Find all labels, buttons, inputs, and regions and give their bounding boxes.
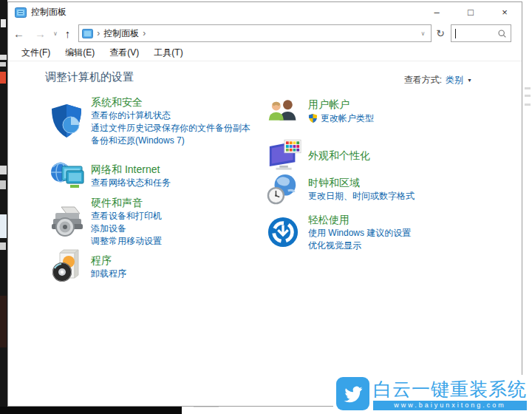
- category-title-hardware-sound[interactable]: 硬件和声音: [91, 195, 271, 210]
- category-title-ease-of-access[interactable]: 轻松使用: [308, 212, 511, 227]
- background-fragment: [0, 214, 7, 238]
- network-icon: [50, 157, 86, 194]
- view-by-control: 查看方式: 类别 ▼: [404, 74, 472, 86]
- hardware-sound-icon: [50, 203, 86, 240]
- task-link-mobility-settings[interactable]: 调整常用移动设置: [91, 235, 271, 248]
- user-accounts-icon: [267, 92, 304, 129]
- menu-edit[interactable]: 编辑(E): [58, 45, 102, 61]
- bird-logo-icon: [336, 377, 369, 410]
- back-icon[interactable]: ←: [8, 27, 30, 40]
- search-input[interactable]: [455, 29, 496, 38]
- category-column-left: 系统和安全 查看你的计算机状态 通过文件历史记录保存你的文件备份副本 备份和还原…: [50, 95, 271, 280]
- task-link-security-status[interactable]: 查看你的计算机状态: [91, 109, 271, 122]
- background-fragment: [525, 87, 531, 89]
- task-link-date-time-formats[interactable]: 更改日期、时间或数字格式: [308, 190, 511, 203]
- view-by-value-link[interactable]: 类别: [446, 74, 463, 86]
- background-fragment: [525, 104, 531, 106]
- category-system-security: 系统和安全 查看你的计算机状态 通过文件历史记录保存你的文件备份副本 备份和还原…: [50, 95, 271, 147]
- task-link-network-status[interactable]: 查看网络状态和任务: [91, 177, 271, 189]
- search-icon: [497, 29, 507, 38]
- background-fragment: [525, 95, 531, 97]
- shield-icon: [50, 103, 86, 140]
- menu-bar: 文件(F) 编辑(E) 查看(V) 工具(T): [8, 44, 522, 61]
- chevron-down-icon[interactable]: ▼: [467, 78, 472, 83]
- category-title-programs[interactable]: 程序: [91, 253, 271, 268]
- task-link-label: 更改帐户类型: [321, 112, 374, 125]
- titlebar[interactable]: 控制面板 – □ ×: [8, 2, 522, 22]
- background-fragment: [0, 62, 6, 67]
- background-fragment: [0, 72, 6, 84]
- view-by-label: 查看方式:: [404, 74, 442, 86]
- watermark-brand-text: 白云一键重装系统: [373, 378, 527, 400]
- task-link-suggested-settings[interactable]: 使用 Windows 建议的设置: [308, 227, 511, 240]
- breadcrumb[interactable]: › 控制面板 › ∨: [78, 24, 432, 42]
- refresh-icon[interactable]: ↻: [432, 24, 449, 42]
- uac-shield-icon: [308, 113, 318, 123]
- category-title-network-internet[interactable]: 网络和 Internet: [91, 162, 271, 177]
- maximize-button[interactable]: □: [454, 2, 488, 22]
- task-link-add-device[interactable]: 添加设备: [91, 223, 271, 235]
- address-dropdown-chevron-icon[interactable]: ∨: [418, 30, 429, 37]
- up-icon[interactable]: ↑: [60, 27, 76, 40]
- close-button[interactable]: ×: [488, 2, 522, 22]
- background-fragment: [0, 166, 7, 174]
- programs-icon: [50, 248, 86, 285]
- clock-region-icon: [267, 171, 304, 208]
- task-link-change-account-type[interactable]: 更改帐户类型: [308, 112, 511, 125]
- backdrop-bottom-strip: [0, 407, 182, 414]
- address-toolbar: ← → ∨ ↑ › 控制面板 › ∨ ↻: [8, 22, 522, 44]
- category-network-internet: 网络和 Internet 查看网络状态和任务: [50, 162, 271, 189]
- category-title-user-accounts[interactable]: 用户帐户: [308, 97, 511, 112]
- background-fragment: [0, 180, 6, 189]
- background-fragment: [0, 296, 7, 347]
- category-appearance-personalization: 外观和个性化: [267, 148, 511, 163]
- category-title-clock-region[interactable]: 时钟和区域: [308, 175, 511, 190]
- task-link-devices-printers[interactable]: 查看设备和打印机: [91, 210, 271, 223]
- control-panel-window: 控制面板 – □ × ← → ∨ ↑ › 控制面板 › ∨ ↻: [7, 1, 522, 407]
- task-link-optimize-visual-display[interactable]: 优化视觉显示: [308, 240, 511, 252]
- task-link-uninstall-program[interactable]: 卸载程序: [91, 268, 271, 280]
- watermark-url: www.baiyunxitong.com: [373, 401, 527, 410]
- text-caret: [455, 29, 456, 38]
- menu-file[interactable]: 文件(F): [14, 45, 58, 61]
- category-title-system-security[interactable]: 系统和安全: [91, 95, 271, 109]
- category-column-right: 用户帐户 更改帐户类型: [267, 97, 511, 252]
- menu-view[interactable]: 查看(V): [102, 45, 146, 61]
- task-link-file-history[interactable]: 通过文件历史记录保存你的文件备份副本: [91, 122, 271, 135]
- background-fragment: [1, 19, 6, 27]
- category-hardware-sound: 硬件和声音 查看设备和打印机 添加设备 调整常用移动设置: [50, 195, 271, 248]
- control-panel-icon: [15, 7, 27, 18]
- page-title: 调整计算机的设置: [45, 70, 134, 84]
- category-user-accounts: 用户帐户 更改帐户类型: [267, 97, 511, 125]
- window-title: 控制面板: [31, 6, 66, 18]
- category-clock-region: 时钟和区域 更改日期、时间或数字格式: [267, 175, 511, 203]
- ease-of-access-icon: [267, 214, 304, 251]
- menu-tools[interactable]: 工具(T): [146, 45, 190, 61]
- category-ease-of-access: 轻松使用 使用 Windows 建议的设置 优化视觉显示: [267, 212, 511, 252]
- background-fragment: [0, 242, 6, 250]
- background-fragment: [0, 55, 7, 60]
- category-title-personalization[interactable]: 外观和个性化: [308, 148, 511, 163]
- minimize-button[interactable]: –: [420, 2, 454, 22]
- task-link-backup-restore[interactable]: 备份和还原(Windows 7): [91, 135, 271, 147]
- breadcrumb-item-control-panel[interactable]: 控制面板: [103, 27, 139, 40]
- forward-icon[interactable]: →: [30, 27, 51, 40]
- search-box[interactable]: [451, 24, 511, 42]
- watermark: 白云一键重装系统 www.baiyunxitong.com: [333, 375, 530, 413]
- recent-pages-chevron-icon[interactable]: ∨: [51, 30, 60, 37]
- personalization-icon: [267, 137, 304, 174]
- category-programs: 程序 卸载程序: [50, 253, 271, 280]
- breadcrumb-separator: ›: [93, 28, 103, 38]
- breadcrumb-separator[interactable]: ›: [139, 28, 149, 38]
- control-panel-icon: [82, 29, 93, 38]
